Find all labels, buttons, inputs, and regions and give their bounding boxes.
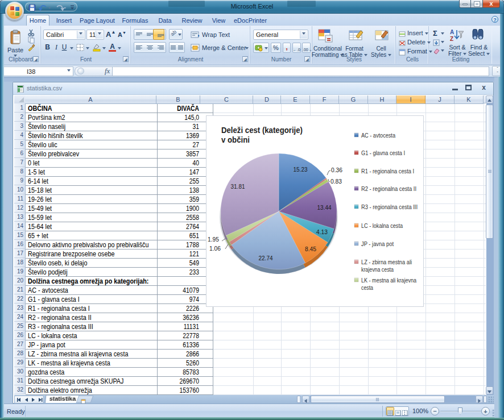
svg-text:JP - javna pot: JP - javna pot bbox=[361, 240, 394, 247]
svg-text:v občini: v občini bbox=[221, 135, 250, 144]
svg-text:R2 - regionalna cesta II: R2 - regionalna cesta II bbox=[361, 185, 416, 192]
svg-text:AC - avtocesta: AC - avtocesta bbox=[361, 132, 396, 139]
svg-text:0.36: 0.36 bbox=[331, 167, 342, 173]
svg-text:A: A bbox=[450, 29, 454, 35]
svg-text:LZ - zbirna mestna ali: LZ - zbirna mestna ali bbox=[361, 259, 412, 265]
svg-text:Z: Z bbox=[450, 36, 453, 42]
svg-text:krajevna cesta: krajevna cesta bbox=[361, 266, 394, 273]
svg-text:R1 - regionalna cesta I: R1 - regionalna cesta I bbox=[361, 168, 414, 174]
svg-text:G1 - glavna cesta I: G1 - glavna cesta I bbox=[361, 149, 405, 156]
svg-text:31.81: 31.81 bbox=[231, 183, 245, 190]
svg-text:LC - lokalna cesta: LC - lokalna cesta bbox=[361, 222, 403, 229]
svg-text:4.13: 4.13 bbox=[316, 228, 328, 235]
svg-text:1.95: 1.95 bbox=[208, 236, 219, 243]
svg-text:1.06: 1.06 bbox=[209, 245, 221, 252]
svg-text:22.74: 22.74 bbox=[259, 255, 273, 261]
svg-text:Deleži cest (kategorije): Deleži cest (kategorije) bbox=[221, 125, 303, 135]
svg-text:LK - mestna ali krajevna: LK - mestna ali krajevna bbox=[361, 277, 417, 284]
svg-text:13.44: 13.44 bbox=[317, 204, 332, 211]
svg-text:0.83: 0.83 bbox=[331, 178, 342, 185]
svg-text:cesta: cesta bbox=[361, 284, 374, 291]
svg-text:R3 - regionalna cesta III: R3 - regionalna cesta III bbox=[361, 203, 418, 210]
svg-text:8.45: 8.45 bbox=[305, 246, 316, 252]
svg-text:15.23: 15.23 bbox=[294, 166, 308, 173]
